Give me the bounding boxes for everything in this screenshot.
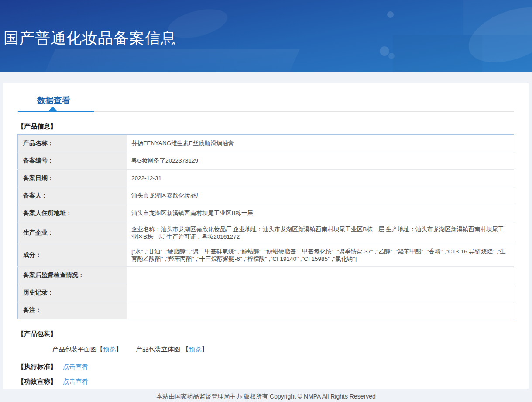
row-value: 企业名称：汕头市龙湖区嘉欣化妆品厂 企业地址：汕头市龙湖区新溪镇西南村坝尾工业区… xyxy=(127,222,514,244)
efficacy-heading: 【功效宣称】 xyxy=(17,378,57,385)
row-value: 粤G妆网备字2022373129 xyxy=(127,152,514,170)
row-value: 汕头市龙湖区新溪镇西南村坝尾工业区B栋一层 xyxy=(127,204,514,222)
row-label: 备案日期： xyxy=(18,170,127,187)
row-label: 备案人： xyxy=(18,187,127,204)
content-card: 数据查看 【产品信息】 产品名称： 芬扬FENYANG维生素E丝质顺滑焗油膏 备… xyxy=(3,83,529,389)
table-row: 备案后监督检查情况： xyxy=(18,267,514,284)
bracket-open: 【 xyxy=(97,346,103,353)
row-value: ["水" ,"甘油" ,"硬脂醇" ,"聚二甲基硅氧烷" ,"鲸蜡醇" ,"鲸蜡… xyxy=(127,244,514,267)
tab-bar: 数据查看 xyxy=(3,83,529,112)
tab-data-view[interactable]: 数据查看 xyxy=(37,95,70,106)
bracket-close: 】 xyxy=(116,346,122,353)
row-label: 生产企业： xyxy=(18,222,127,244)
active-tab-arrow-icon xyxy=(49,107,57,111)
row-value xyxy=(127,302,514,319)
bracket-open: 【 xyxy=(182,346,189,353)
page-header-banner: 国产普通化妆品备案信息 xyxy=(0,0,532,72)
packaging-flat-label: 产品包装平面图 xyxy=(52,346,97,353)
active-tab-underline xyxy=(18,111,94,112)
product-info-heading: 【产品信息】 xyxy=(17,122,529,131)
decorative-rectangle xyxy=(463,0,532,35)
table-row: 产品名称： 芬扬FENYANG维生素E丝质顺滑焗油膏 xyxy=(18,135,514,152)
standard-row: 【执行标准】点击查看 xyxy=(17,363,529,371)
row-label: 历史记录： xyxy=(18,284,127,302)
row-label: 产品名称： xyxy=(18,135,127,152)
page-title: 国产普通化妆品备案信息 xyxy=(3,28,176,49)
row-value xyxy=(127,284,514,302)
table-row: 备案人住所地址： 汕头市龙湖区新溪镇西南村坝尾工业区B栋一层 xyxy=(18,204,514,222)
row-label: 备注： xyxy=(18,302,127,319)
decorative-circle-icon xyxy=(388,53,395,59)
packaging-links-row: 产品包装平面图【预览】产品包装立体图【预览】 xyxy=(52,345,529,353)
row-label: 备案编号： xyxy=(18,152,127,170)
table-row: 备案编号： 粤G妆网备字2022373129 xyxy=(18,152,514,170)
decorative-polygon xyxy=(45,49,300,72)
row-label: 备案人住所地址： xyxy=(18,204,127,222)
row-label: 成分： xyxy=(18,244,127,267)
page-footer: 本站由国家药品监督管理局主办 版权所有 Copyright © NMPA All… xyxy=(0,389,532,402)
table-row: 备注： xyxy=(18,302,514,319)
standard-view-link[interactable]: 点击查看 xyxy=(63,363,88,370)
product-info-table: 产品名称： 芬扬FENYANG维生素E丝质顺滑焗油膏 备案编号： 粤G妆网备字2… xyxy=(17,134,514,319)
efficacy-row: 【功效宣称】点击查看 xyxy=(17,378,529,386)
table-row: 成分： ["水" ,"甘油" ,"硬脂醇" ,"聚二甲基硅氧烷" ,"鲸蜡醇" … xyxy=(18,244,514,267)
decorative-rectangle xyxy=(393,35,482,72)
table-row: 生产企业： 企业名称：汕头市龙湖区嘉欣化妆品厂 企业地址：汕头市龙湖区新溪镇西南… xyxy=(18,222,514,244)
packaging-stereo-label: 产品包装立体图 xyxy=(136,346,181,353)
table-row: 历史记录： xyxy=(18,284,514,302)
row-label: 备案后监督检查情况： xyxy=(18,267,127,284)
decorative-circle-icon xyxy=(387,11,394,18)
row-value: 2022-12-31 xyxy=(127,170,514,187)
bracket-close: 】 xyxy=(202,346,208,353)
row-value xyxy=(127,267,514,284)
table-row: 备案日期： 2022-12-31 xyxy=(18,170,514,187)
packaging-heading: 【产品包装】 xyxy=(17,330,529,338)
packaging-flat-preview-link[interactable]: 预览 xyxy=(103,346,116,353)
row-value: 汕头市龙湖区嘉欣化妆品厂 xyxy=(127,187,514,204)
packaging-stereo-preview-link[interactable]: 预览 xyxy=(189,346,202,353)
decorative-circle-icon xyxy=(380,46,389,56)
row-value: 芬扬FENYANG维生素E丝质顺滑焗油膏 xyxy=(127,135,514,152)
efficacy-view-link[interactable]: 点击查看 xyxy=(63,378,88,385)
table-row: 备案人： 汕头市龙湖区嘉欣化妆品厂 xyxy=(18,187,514,204)
standard-heading: 【执行标准】 xyxy=(17,363,57,370)
